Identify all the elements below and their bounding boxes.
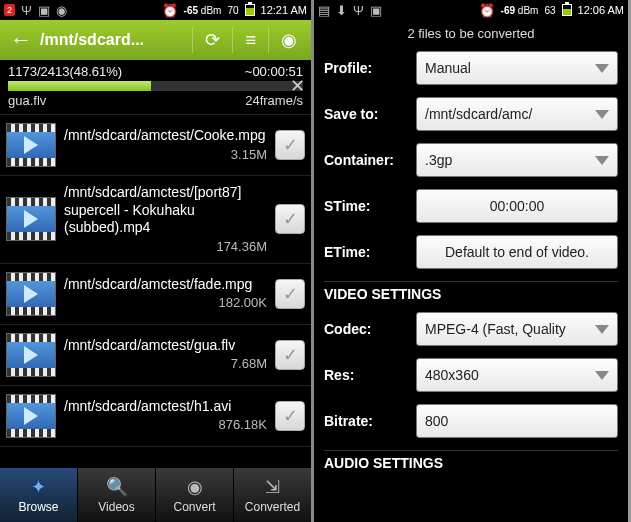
res-label: Res: [324, 367, 408, 383]
file-path: /mnt/sdcard/amctest/h1.avi [64, 398, 267, 416]
file-size: 876.18K [64, 417, 267, 433]
list-item[interactable]: /mnt/sdcard/amctest/gua.flv 7.68M ✓ [0, 325, 311, 386]
file-checkbox[interactable]: ✓ [275, 130, 305, 160]
current-file-name: gua.flv [8, 93, 46, 108]
usb-icon: Ψ [353, 3, 364, 18]
download-icon: ⬇ [336, 3, 347, 18]
profile-label: Profile: [324, 60, 408, 76]
tab-label: Videos [98, 500, 134, 514]
container-label: Container: [324, 152, 408, 168]
files-to-convert-header: 2 files to be converted [314, 20, 628, 51]
video-thumb-icon [6, 394, 56, 438]
sd-icon: ▤ [318, 3, 330, 18]
video-thumb-icon [6, 333, 56, 377]
progress-fill [8, 81, 151, 91]
android-icon: ▣ [38, 3, 50, 18]
tab-convert[interactable]: ◉ Convert [156, 468, 233, 522]
container-select[interactable]: .3gp [416, 143, 618, 177]
clock: 12:21 AM [261, 4, 307, 16]
file-info: /mnt/sdcard/amctest/gua.flv 7.68M [64, 337, 267, 373]
browse-icon: ✦ [31, 476, 46, 498]
app-icon: ◉ [56, 3, 67, 18]
alarm-icon: ⏰ [162, 3, 178, 18]
file-size: 7.68M [64, 356, 267, 372]
file-info: /mnt/sdcard/amctest/h1.avi 876.18K [64, 398, 267, 434]
video-thumb-icon [6, 123, 56, 167]
status-bar: 2 Ψ ▣ ◉ ⏰ -65 dBm 70 12:21 AM [0, 0, 311, 20]
battery-icon [562, 4, 572, 16]
usb-icon: Ψ [21, 3, 32, 18]
convert-settings-screen: ▤ ⬇ Ψ ▣ ⏰ -69 dBm 63 12:06 AM 2 files to… [314, 0, 628, 522]
signal-dbm: -69 dBm [501, 5, 539, 16]
file-size: 3.15M [64, 147, 267, 163]
file-path: /mnt/sdcard/amctest/gua.flv [64, 337, 267, 355]
bitrate-label: Bitrate: [324, 413, 408, 429]
file-checkbox[interactable]: ✓ [275, 204, 305, 234]
tab-label: Browse [18, 500, 58, 514]
converted-icon: ⇲ [265, 476, 280, 498]
file-info: /mnt/sdcard/amctest/fade.mpg 182.00K [64, 276, 267, 312]
settings-form: Profile: Manual Save to: /mnt/sdcard/amc… [314, 51, 628, 481]
saveto-select[interactable]: /mnt/sdcard/amc/ [416, 97, 618, 131]
saveto-label: Save to: [324, 106, 408, 122]
file-checkbox[interactable]: ✓ [275, 279, 305, 309]
notification-badge: 2 [4, 4, 15, 16]
tab-videos[interactable]: 🔍 Videos [78, 468, 155, 522]
stime-button[interactable]: 00:00:00 [416, 189, 618, 223]
file-list[interactable]: /mnt/sdcard/amctest/Cooke.mpg 3.15M ✓ /m… [0, 115, 311, 468]
bitrate-input[interactable]: 800 [416, 404, 618, 438]
video-settings-header: VIDEO SETTINGS [324, 281, 618, 312]
file-info: /mnt/sdcard/amctest/Cooke.mpg 3.15M [64, 127, 267, 163]
progress-bar: ✕ [8, 81, 303, 91]
top-nav: ← /mnt/sdcard... ⟳ ≡ ◉ [0, 20, 311, 60]
refresh-button[interactable]: ⟳ [195, 29, 230, 51]
status-bar: ▤ ⬇ Ψ ▣ ⏰ -69 dBm 63 12:06 AM [314, 0, 628, 20]
progress-count: 1173/2413(48.61%) [8, 64, 122, 79]
file-size: 174.36M [64, 239, 267, 255]
tab-browse[interactable]: ✦ Browse [0, 468, 77, 522]
tab-label: Convert [173, 500, 215, 514]
file-checkbox[interactable]: ✓ [275, 401, 305, 431]
alarm-icon: ⏰ [479, 3, 495, 18]
menu-button[interactable]: ≡ [235, 30, 266, 51]
list-item[interactable]: /mnt/sdcard/amctest/Cooke.mpg 3.15M ✓ [0, 115, 311, 176]
file-checkbox[interactable]: ✓ [275, 340, 305, 370]
bottom-tabs: ✦ Browse 🔍 Videos ◉ Convert ⇲ Converted [0, 468, 311, 522]
clock: 12:06 AM [578, 4, 624, 16]
search-icon: 🔍 [106, 476, 128, 498]
signal-dbm: -65 dBm [184, 5, 222, 16]
progress-header: 1173/2413(48.61%) ~00:00:51 [0, 60, 311, 81]
tab-label: Converted [245, 500, 300, 514]
convert-icon: ◉ [187, 476, 203, 498]
back-button[interactable]: ← [4, 27, 38, 53]
file-info: /mnt/sdcard/amctest/[port87] supercell -… [64, 184, 267, 255]
cancel-progress-button[interactable]: ✕ [290, 75, 305, 97]
select-all-button[interactable]: ◉ [271, 29, 307, 51]
audio-settings-header: AUDIO SETTINGS [324, 450, 618, 481]
list-item[interactable]: /mnt/sdcard/amctest/h1.avi 876.18K ✓ [0, 386, 311, 447]
profile-select[interactable]: Manual [416, 51, 618, 85]
file-size: 182.00K [64, 295, 267, 311]
video-thumb-icon [6, 197, 56, 241]
res-select[interactable]: 480x360 [416, 358, 618, 392]
current-file: gua.flv 24frame/s [0, 91, 311, 115]
tab-converted[interactable]: ⇲ Converted [234, 468, 311, 522]
list-item[interactable]: /mnt/sdcard/amctest/[port87] supercell -… [0, 176, 311, 264]
battery-icon [245, 4, 255, 16]
etime-label: ETime: [324, 244, 408, 260]
android-icon: ▣ [370, 3, 382, 18]
video-thumb-icon [6, 272, 56, 316]
battery-pct: 70 [227, 5, 238, 16]
codec-label: Codec: [324, 321, 408, 337]
file-browser-screen: 2 Ψ ▣ ◉ ⏰ -65 dBm 70 12:21 AM ← /mnt/sdc… [0, 0, 314, 522]
stime-label: STime: [324, 198, 408, 214]
battery-pct: 63 [544, 5, 555, 16]
file-path: /mnt/sdcard/amctest/fade.mpg [64, 276, 267, 294]
file-path: /mnt/sdcard/amctest/Cooke.mpg [64, 127, 267, 145]
path-display[interactable]: /mnt/sdcard... [40, 31, 190, 49]
list-item[interactable]: /mnt/sdcard/amctest/fade.mpg 182.00K ✓ [0, 264, 311, 325]
file-path: /mnt/sdcard/amctest/[port87] supercell -… [64, 184, 267, 237]
etime-button[interactable]: Default to end of video. [416, 235, 618, 269]
codec-select[interactable]: MPEG-4 (Fast, Quality [416, 312, 618, 346]
